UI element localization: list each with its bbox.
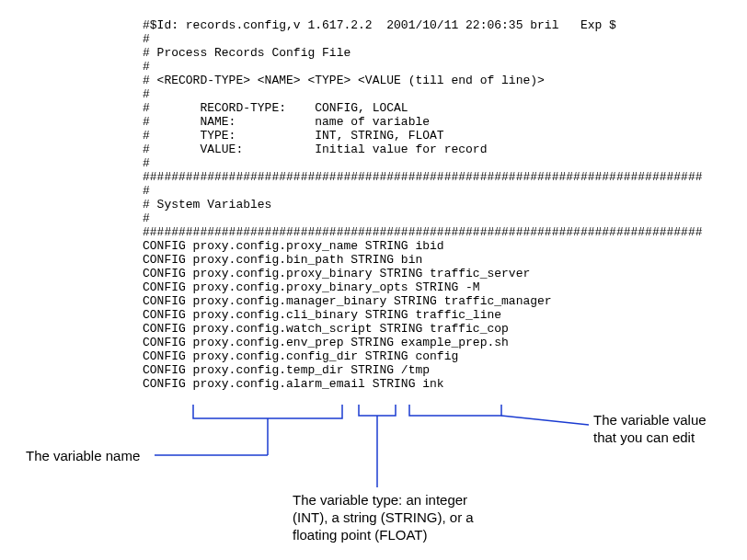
annotation-variable-name: The variable name bbox=[26, 448, 164, 465]
config-file-text: #$Id: records.config,v 1.617.2.2 2001/10… bbox=[143, 18, 703, 391]
annotation-variable-type: The variable type: an integer (INT), a s… bbox=[293, 492, 495, 543]
annotation-variable-value: The variable value that you can edit bbox=[593, 412, 731, 447]
